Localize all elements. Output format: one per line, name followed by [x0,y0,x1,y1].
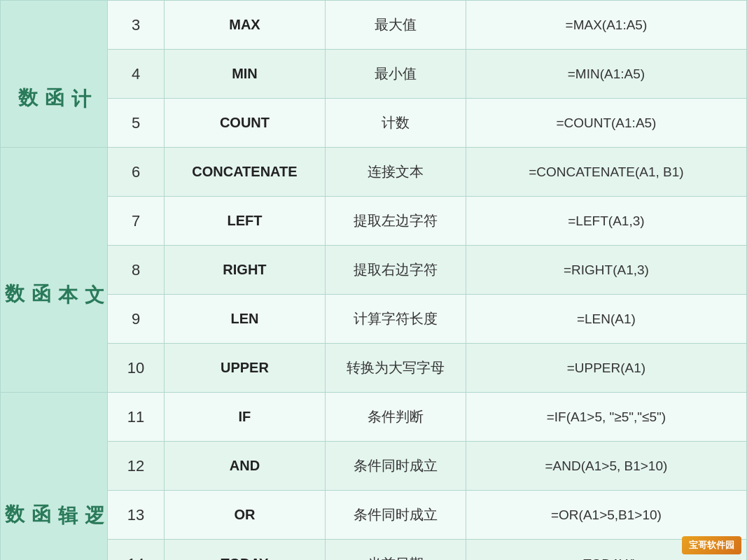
function-example: =OR(A1>5,B1>10) [466,491,746,540]
functions-table: 计函数3MAX最大值=MAX(A1:A5)4MIN最小值=MIN(A1:A5)5… [0,0,747,560]
function-desc: 最大值 [326,1,466,50]
table-row: 文本函数6CONCATENATE连接文本=CONCATENATE(A1, B1) [1,148,747,197]
function-name: UPPER [164,344,326,393]
function-name: TODAY [164,540,326,561]
function-name: AND [164,442,326,491]
row-number: 11 [108,393,164,442]
watermark: 宝哥软件园 [682,536,741,554]
table-row: 10UPPER转换为大写字母=UPPER(A1) [1,344,747,393]
function-name: IF [164,393,326,442]
function-name: LEFT [164,197,326,246]
function-example: =LEN(A1) [466,295,746,344]
table-row: 14TODAY当前日期=TODAY() [1,540,747,561]
row-number: 7 [108,197,164,246]
table-row: 计函数3MAX最大值=MAX(A1:A5) [1,1,747,50]
function-desc: 转换为大写字母 [326,344,466,393]
table-row: 4MIN最小值=MIN(A1:A5) [1,50,747,99]
function-example: =IF(A1>5, "≥5","≤5") [466,393,746,442]
function-name: CONCATENATE [164,148,326,197]
function-name: LEN [164,295,326,344]
function-example: =CONCATENATE(A1, B1) [466,148,746,197]
main-table-container: 计函数3MAX最大值=MAX(A1:A5)4MIN最小值=MIN(A1:A5)5… [0,0,747,560]
function-example: =AND(A1>5, B1>10) [466,442,746,491]
category-cell-text: 文本函数 [1,148,108,393]
function-desc: 计数 [326,99,466,148]
table-row: 13OR条件同时成立=OR(A1>5,B1>10) [1,491,747,540]
row-number: 5 [108,99,164,148]
function-desc: 条件同时成立 [326,491,466,540]
table-row: 9LEN计算字符长度=LEN(A1) [1,295,747,344]
row-number: 10 [108,344,164,393]
table-row: 8RIGHT提取右边字符=RIGHT(A1,3) [1,246,747,295]
function-name: OR [164,491,326,540]
function-example: =MAX(A1:A5) [466,1,746,50]
category-cell-logic: 逻辑函数 [1,393,108,561]
row-number: 9 [108,295,164,344]
function-example: =RIGHT(A1,3) [466,246,746,295]
table-row: 5COUNT计数=COUNT(A1:A5) [1,99,747,148]
function-desc: 提取左边字符 [326,197,466,246]
function-example: =MIN(A1:A5) [466,50,746,99]
function-name: RIGHT [164,246,326,295]
row-number: 6 [108,148,164,197]
function-example: =LEFT(A1,3) [466,197,746,246]
table-row: 7LEFT提取左边字符=LEFT(A1,3) [1,197,747,246]
function-example: =UPPER(A1) [466,344,746,393]
function-desc: 条件同时成立 [326,442,466,491]
table-row: 12AND条件同时成立=AND(A1>5, B1>10) [1,442,747,491]
function-desc: 计算字符长度 [326,295,466,344]
function-desc: 条件判断 [326,393,466,442]
row-number: 8 [108,246,164,295]
function-desc: 最小值 [326,50,466,99]
row-number: 4 [108,50,164,99]
function-example: =COUNT(A1:A5) [466,99,746,148]
row-number: 3 [108,1,164,50]
function-name: COUNT [164,99,326,148]
function-name: MIN [164,50,326,99]
row-number: 13 [108,491,164,540]
table-row: 逻辑函数11IF条件判断=IF(A1>5, "≥5","≤5") [1,393,747,442]
category-cell-stats: 计函数 [1,1,108,148]
function-desc: 连接文本 [326,148,466,197]
function-desc: 当前日期 [326,540,466,561]
function-desc: 提取右边字符 [326,246,466,295]
function-name: MAX [164,1,326,50]
row-number: 14 [108,540,164,561]
row-number: 12 [108,442,164,491]
